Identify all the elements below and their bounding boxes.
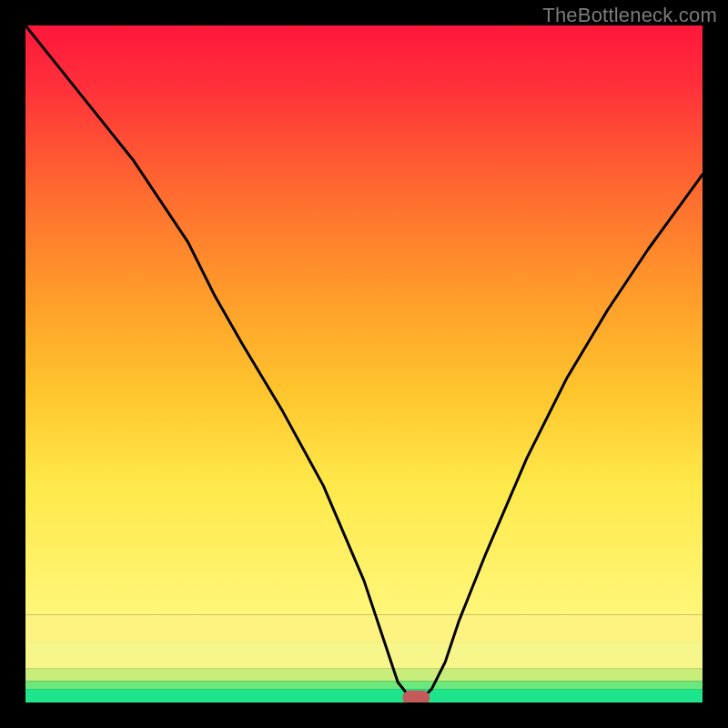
svg-rect-3 (25, 669, 703, 681)
marker-layer (402, 691, 430, 703)
plot-area (25, 25, 703, 703)
svg-rect-1 (25, 689, 703, 703)
svg-rect-6 (402, 691, 430, 703)
chart-frame: TheBottleneck.com (0, 0, 728, 728)
bottom-bands (25, 614, 703, 703)
svg-rect-5 (25, 614, 703, 642)
bottleneck-chart (25, 25, 703, 703)
svg-rect-4 (25, 642, 703, 669)
watermark-text: TheBottleneck.com (542, 4, 717, 27)
svg-rect-2 (25, 681, 703, 689)
